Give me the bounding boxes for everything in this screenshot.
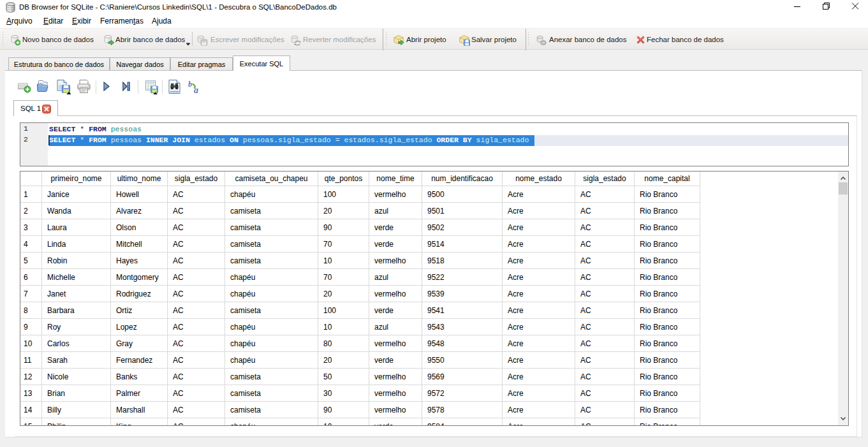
svg-text:b: b — [188, 80, 192, 89]
svg-text:a: a — [194, 85, 198, 94]
